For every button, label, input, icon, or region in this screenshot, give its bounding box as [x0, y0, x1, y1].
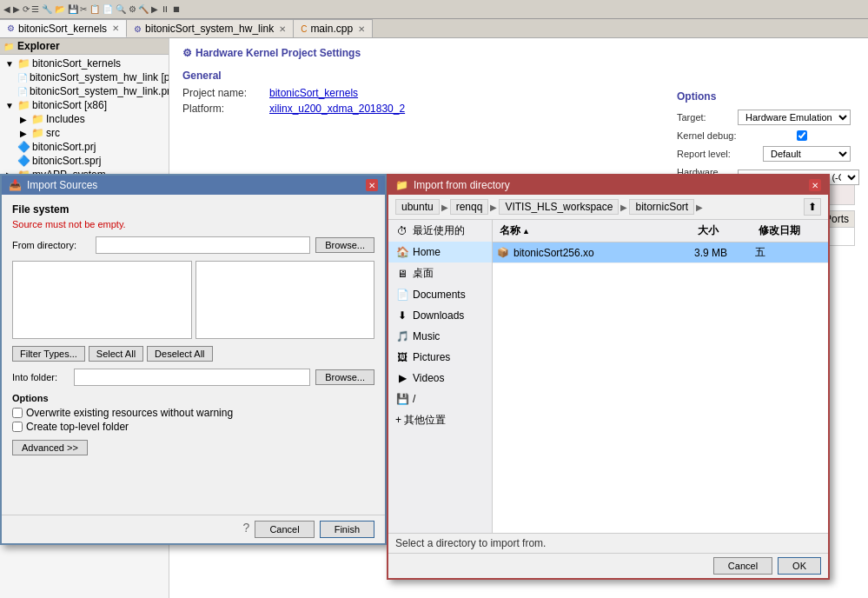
import-sources-close-button[interactable]: ✕	[366, 179, 378, 191]
home-icon: 🏠	[395, 245, 409, 259]
filter-row: Filter Types... Select All Deselect All	[12, 346, 374, 362]
tab-kernels-icon: ⚙	[7, 23, 15, 33]
folder-icon-x86: 📁	[17, 99, 30, 111]
bookmark-downloads-label: Downloads	[413, 309, 464, 322]
filter-types-button[interactable]: Filter Types...	[12, 346, 85, 362]
prj-icon-bitonicsort: 🔷	[17, 141, 30, 153]
nav-up-button[interactable]: ⬆	[804, 198, 821, 216]
tree-hw-link-pl[interactable]: 📄 bitonicSort_system_hw_link [pl]	[0, 70, 169, 84]
file-pane-right[interactable]	[195, 261, 375, 339]
tab-kernels-close[interactable]: ✕	[112, 23, 119, 33]
breadcrumb-bar: ubuntu ▶ renqq ▶ VITIS_HLS_workspace ▶ b…	[388, 195, 828, 220]
bookmark-pictures[interactable]: 🖼 Pictures	[388, 347, 492, 368]
documents-icon: 📄	[395, 288, 409, 302]
breadcrumb-ubuntu-label: ubuntu	[401, 201, 434, 213]
bookmarks-sidebar: ⏱ 最近使用的 🏠 Home 🖥 桌面 📄 Documents	[388, 220, 493, 533]
bookmark-recent[interactable]: ⏱ 最近使用的	[388, 220, 492, 242]
deselect-all-button[interactable]: Deselect All	[147, 346, 212, 362]
import-sources-title: Import Sources	[27, 179, 97, 191]
advanced-button[interactable]: Advanced >>	[12, 440, 88, 455]
tab-hw-link-close[interactable]: ✕	[279, 24, 286, 34]
sort-arrow: ▲	[522, 227, 530, 236]
report-level-select[interactable]: Default	[763, 146, 851, 162]
import-dir-close-button[interactable]: ✕	[809, 179, 821, 191]
breadcrumb-workspace[interactable]: VITIS_HLS_workspace	[499, 199, 619, 215]
file-browser: 名称 ▲ 大小 修改日期 📦 bitonicSort256.xo 3	[493, 220, 828, 533]
folder-icon-includes: 📁	[31, 113, 44, 125]
tree-hw-link-prj[interactable]: 📄 bitonicSort_system_hw_link.prj	[0, 84, 169, 98]
dir-dialog-status: Select a directory to import from.	[388, 533, 828, 553]
file-pane-left[interactable]	[12, 261, 192, 339]
expand-icon-includes: ▶	[17, 115, 30, 124]
tab-main-icon: C	[301, 24, 307, 34]
help-area	[12, 462, 374, 506]
tree-src[interactable]: ▶ 📁 src	[0, 126, 169, 140]
dir-dialog-inner: ⏱ 最近使用的 🏠 Home 🖥 桌面 📄 Documents	[388, 220, 828, 533]
tab-hw-link-icon: ⚙	[134, 24, 142, 34]
bookmark-documents-label: Documents	[413, 289, 466, 301]
create-toplevel-row: Create top-level folder	[12, 421, 374, 433]
import-dir-dialog: 📁 Import from directory ✕ ubuntu ▶ renqq…	[387, 174, 830, 580]
from-dir-row: From directory: Browse...	[12, 236, 374, 254]
col-date-header[interactable]: 修改日期	[755, 222, 825, 240]
bookmark-root[interactable]: 💾 /	[388, 389, 492, 409]
file-row-xo[interactable]: 📦 bitonicSort256.xo 3.9 MB 五	[493, 243, 828, 263]
overwrite-label: Overwrite existing resources without war…	[26, 407, 233, 419]
bookmark-other-label: + 其他位置	[395, 413, 446, 428]
target-select[interactable]: Hardware Emulation	[738, 110, 851, 125]
file-size: 3.9 MB	[694, 247, 755, 259]
tree-bitonicsort-x86[interactable]: ▼ 📁 bitonicSort [x86]	[0, 98, 169, 112]
browse-button-1[interactable]: Browse...	[315, 237, 374, 253]
breadcrumb-ubuntu[interactable]: ubuntu	[395, 199, 440, 215]
bookmark-downloads[interactable]: ⬇ Downloads	[388, 305, 492, 326]
bookmark-home[interactable]: 🏠 Home	[388, 242, 492, 262]
tab-main[interactable]: C main.cpp ✕	[294, 19, 373, 37]
from-dir-input[interactable]	[96, 236, 310, 254]
import-dir-title: Import from directory	[414, 179, 510, 191]
tree-bitonicsort-prj[interactable]: 🔷 bitonicSort.prj	[0, 140, 169, 154]
import-dir-ok-button[interactable]: OK	[778, 557, 821, 575]
tab-kernels[interactable]: ⚙ bitonicSort_kernels ✕	[0, 19, 127, 37]
bookmark-videos[interactable]: ▶ Videos	[388, 368, 492, 389]
bookmark-other[interactable]: + 其他位置	[388, 409, 492, 431]
create-toplevel-checkbox[interactable]	[12, 422, 23, 432]
breadcrumb-bitornic[interactable]: bitornicSort	[629, 199, 694, 215]
report-level-label: Report level:	[677, 149, 756, 159]
bookmark-music-label: Music	[413, 330, 440, 342]
tree-bitonicsort-kernels[interactable]: ▼ 📁 bitonicSort_kernels	[0, 56, 169, 70]
cancel-button[interactable]: Cancel	[255, 521, 314, 538]
bookmark-documents[interactable]: 📄 Documents	[388, 284, 492, 305]
project-name-value[interactable]: bitonicSort_kernels	[269, 87, 358, 99]
help-icon[interactable]: ?	[243, 521, 250, 538]
platform-value[interactable]: xilinx_u200_xdma_201830_2	[269, 103, 405, 115]
overwrite-checkbox[interactable]	[12, 408, 23, 418]
folder-icon-src: 📁	[31, 127, 44, 139]
bookmark-desktop[interactable]: 🖥 桌面	[388, 262, 492, 284]
select-all-button[interactable]: Select All	[89, 346, 143, 362]
breadcrumb-renqq-label: renqq	[456, 201, 483, 213]
browse-button-2[interactable]: Browse...	[315, 369, 374, 385]
import-dir-cancel-button[interactable]: Cancel	[713, 557, 772, 575]
tree-label-bssprj: bitonicSort.sprj	[32, 155, 101, 167]
breadcrumb-renqq[interactable]: renqq	[450, 199, 489, 215]
import-options-title: Options	[12, 393, 374, 403]
tab-kernels-label: bitonicSort_kernels	[18, 23, 107, 35]
tree-bitonicsort-sprj[interactable]: 🔷 bitonicSort.sprj	[0, 154, 169, 168]
bookmark-music[interactable]: 🎵 Music	[388, 326, 492, 347]
overwrite-row: Overwrite existing resources without war…	[12, 407, 374, 419]
pictures-icon: 🖼	[395, 350, 409, 364]
tab-hw-link[interactable]: ⚙ bitonicSort_system_hw_link ✕	[127, 19, 294, 37]
into-folder-input[interactable]	[74, 369, 310, 386]
xo-file-icon: 📦	[496, 246, 510, 260]
kernel-debug-checkbox[interactable]	[797, 130, 807, 141]
tab-main-close[interactable]: ✕	[358, 24, 365, 34]
root-icon: 💾	[395, 392, 409, 406]
col-name-header[interactable]: 名称 ▲	[496, 222, 694, 240]
file-name: bitonicSort256.xo	[514, 247, 694, 259]
import-sources-dialog: 📥 Import Sources ✕ File system Source mu…	[0, 174, 387, 545]
col-size-header[interactable]: 大小	[694, 222, 755, 240]
tree-includes[interactable]: ▶ 📁 Includes	[0, 112, 169, 126]
finish-button[interactable]: Finish	[320, 521, 374, 538]
explorer-icon: 📁	[3, 42, 14, 51]
import-options-section: Options Overwrite existing resources wit…	[12, 393, 374, 433]
